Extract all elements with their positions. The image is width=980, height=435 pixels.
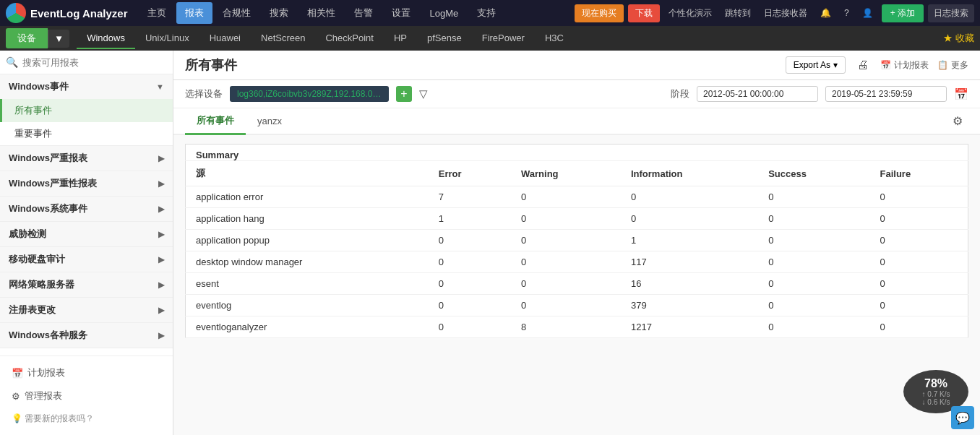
sidebar-item-important-events[interactable]: 重要事件 <box>0 122 173 145</box>
table-row: esent001600 <box>186 273 968 295</box>
filter-bar: 选择设备 log360,iZ6coibvb3v289Z,192.168.0.19… <box>173 80 980 108</box>
section-title-critical-reports: Windows严重报表 <box>9 152 87 165</box>
add-button[interactable]: + 添加 <box>882 4 924 22</box>
report-tabs: 所有事件 yanzx ⚙ <box>173 108 980 135</box>
device-selector[interactable]: log360,iZ6coibvb3v289Z,192.168.0.19 <box>230 86 389 102</box>
date-start-input[interactable] <box>697 86 818 102</box>
buy-button[interactable]: 现在购买 <box>575 4 624 22</box>
topbar: EventLog Analyzer 主页 报表 合规性 搜索 相关性 告警 设置… <box>0 0 980 26</box>
sidebar-section-header-win-services[interactable]: Windows各种服务 ▶ <box>0 323 173 348</box>
device-tab-h3c[interactable]: H3C <box>535 28 574 49</box>
log-receiver-button[interactable]: 日志接收器 <box>760 4 812 22</box>
table-row: eventlog0037900 <box>186 295 968 316</box>
section-title-severity-reports: Windows严重性报表 <box>9 177 97 190</box>
section-title-usb-audit: 移动硬盘审计 <box>9 253 65 266</box>
nav-compliance[interactable]: 合规性 <box>214 2 259 24</box>
manage-icon: ⚙ <box>12 391 20 402</box>
sidebar-section-header-system-events[interactable]: Windows系统事件 ▶ <box>0 197 173 221</box>
speed-down: ↓ 0.6 K/s <box>922 398 950 406</box>
download-button[interactable]: 下载 <box>628 4 660 22</box>
summary-title: Summary <box>186 145 968 161</box>
calendar-icon: 📅 <box>880 60 891 70</box>
section-title-win-services: Windows各种服务 <box>9 329 87 342</box>
sidebar-section-header-windows-events[interactable]: Windows事件 ▼ <box>0 74 173 99</box>
nav-reports[interactable]: 报表 <box>176 2 212 24</box>
date-end-input[interactable] <box>825 86 947 102</box>
nav-settings[interactable]: 设置 <box>383 2 419 24</box>
manage-reports-button[interactable]: ⚙ 管理报表 <box>7 387 166 405</box>
table-area: ManageEngine Summary 源 Error Warning Inf… <box>173 135 980 435</box>
device-tab-windows[interactable]: Windows <box>77 28 135 49</box>
nav-alerts[interactable]: 告警 <box>345 2 382 24</box>
add-device-button[interactable]: + <box>396 86 412 102</box>
topbar-actions: 现在购买 下载 个性化演示 跳转到 日志接收器 🔔 ? 👤 + 添加 日志搜索 <box>575 4 974 22</box>
sidebar-section-header-threat[interactable]: 威胁检测 ▶ <box>0 222 173 246</box>
log-search-button[interactable]: 日志搜索 <box>928 4 974 22</box>
sidebar-section-header-registry[interactable]: 注册表更改 ▶ <box>0 298 173 322</box>
nav-correlation[interactable]: 相关性 <box>298 2 344 24</box>
sidebar-section-system-events: Windows系统事件 ▶ <box>0 197 173 222</box>
nav-logme[interactable]: LogMe <box>421 4 467 23</box>
main-nav: 主页 报表 合规性 搜索 相关性 告警 设置 LogMe 支持 <box>139 2 569 24</box>
device-button[interactable]: 设备 <box>6 28 48 48</box>
content-actions: Export As ▾ 🖨 📅 计划报表 📋 更多 <box>786 56 968 74</box>
network-percent: 78% <box>924 377 947 390</box>
nav-home[interactable]: 主页 <box>139 2 175 24</box>
help-icon[interactable]: ? <box>840 5 854 21</box>
device-tab-hp[interactable]: HP <box>384 28 417 49</box>
jump-button[interactable]: 跳转到 <box>721 4 755 22</box>
hint-text: 💡 需要新的报表吗？ <box>7 410 166 428</box>
device-tab-netscreen[interactable]: NetScreen <box>251 28 315 49</box>
nav-support[interactable]: 支持 <box>468 2 504 24</box>
device-tab-unix[interactable]: Unix/Linux <box>135 28 199 49</box>
search-input[interactable] <box>22 57 167 68</box>
schedule-reports-button[interactable]: 📅 计划报表 <box>7 363 166 382</box>
export-button[interactable]: Export As ▾ <box>786 56 846 74</box>
col-header-warning: Warning <box>511 161 621 186</box>
tab-yanzx[interactable]: yanzx <box>246 110 293 134</box>
user-icon[interactable]: 👤 <box>858 5 877 21</box>
device-tabs: Windows Unix/Linux Huawei NetScreen Chec… <box>77 28 574 49</box>
expand-arrow: ▶ <box>158 204 164 214</box>
device-tab-huawei[interactable]: Huawei <box>199 28 251 49</box>
table-row: application hang10000 <box>186 208 968 230</box>
sidebar-item-all-events[interactable]: 所有事件 <box>0 99 173 122</box>
calendar-icon[interactable]: 📅 <box>954 87 968 101</box>
section-title-threat: 威胁检测 <box>9 228 46 241</box>
collect-button[interactable]: ★ 收藏 <box>943 32 974 45</box>
filter-icon[interactable]: ▽ <box>419 87 428 100</box>
dropdown-arrow: ▾ <box>833 60 838 70</box>
notification-icon[interactable]: 🔔 <box>816 5 835 21</box>
sidebar-section-header-severity-reports[interactable]: Windows严重性报表 ▶ <box>0 171 173 196</box>
section-title-network-policy: 网络策略服务器 <box>9 278 74 291</box>
search-icon: 🔍 <box>6 56 18 68</box>
sidebar-section-win-services: Windows各种服务 ▶ <box>0 323 173 348</box>
content-header: 所有事件 Export As ▾ 🖨 📅 计划报表 📋 更多 <box>173 51 980 80</box>
personalize-button[interactable]: 个性化演示 <box>664 4 716 22</box>
sidebar-section-usb-audit: 移动硬盘审计 ▶ <box>0 247 173 272</box>
speed-up: ↑ 0.7 K/s <box>922 390 950 398</box>
schedule-icon: 📅 <box>12 368 23 379</box>
device-bar: 设备 ▼ Windows Unix/Linux Huawei NetScreen… <box>0 26 980 51</box>
sidebar-section-header-network-policy[interactable]: 网络策略服务器 ▶ <box>0 272 173 297</box>
nav-search[interactable]: 搜索 <box>261 2 297 24</box>
device-tab-checkpoint[interactable]: CheckPoint <box>315 28 383 49</box>
table-row: application error70000 <box>186 186 968 208</box>
expand-arrow: ▶ <box>158 331 164 340</box>
expand-arrow: ▶ <box>158 230 164 239</box>
more-button[interactable]: 📋 更多 <box>937 59 968 72</box>
tab-all-events[interactable]: 所有事件 <box>185 108 246 135</box>
sidebar-section-header-usb-audit[interactable]: 移动硬盘审计 ▶ <box>0 247 173 272</box>
print-icon[interactable]: 🖨 <box>854 57 872 73</box>
sidebar: 🔍 Windows事件 ▼ 所有事件 重要事件 Windows严重报表 ▶ Wi… <box>0 51 173 435</box>
tab-settings-icon[interactable]: ⚙ <box>947 110 968 132</box>
schedule-report-button[interactable]: 📅 计划报表 <box>880 59 929 72</box>
chat-icon[interactable]: 💬 <box>951 406 974 429</box>
section-title-system-events: Windows系统事件 <box>9 202 87 215</box>
device-tab-firepower[interactable]: FirePower <box>472 28 535 49</box>
device-dropdown[interactable]: ▼ <box>48 30 69 48</box>
sidebar-section-threat: 威胁检测 ▶ <box>0 222 173 247</box>
device-tab-pfsense[interactable]: pfSense <box>417 28 472 49</box>
network-speeds: ↑ 0.7 K/s ↓ 0.6 K/s <box>922 390 950 406</box>
sidebar-section-header-critical-reports[interactable]: Windows严重报表 ▶ <box>0 146 173 171</box>
